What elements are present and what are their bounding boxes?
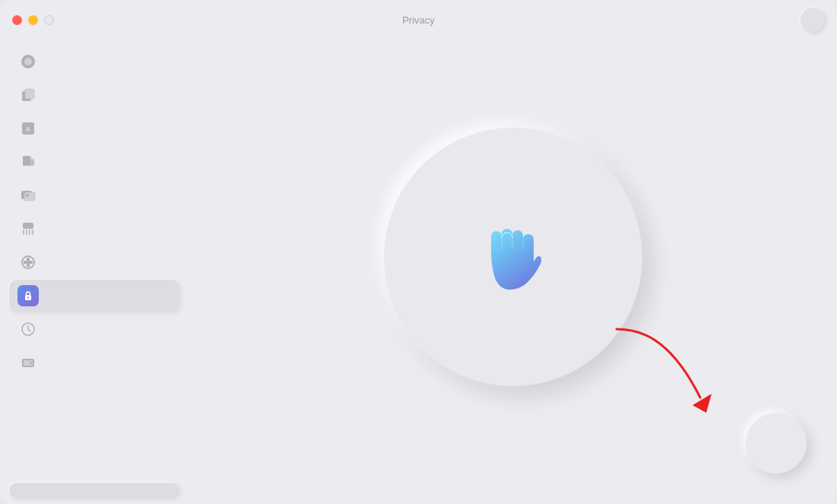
svg-rect-3: [25, 89, 34, 99]
svg-marker-26: [693, 394, 712, 413]
content-area: [189, 40, 837, 504]
sidebar-item-duplicates-finder[interactable]: [9, 79, 179, 111]
hand-icon: [464, 208, 563, 306]
svg-rect-15: [29, 230, 30, 235]
user-section[interactable]: [9, 483, 179, 498]
page-title-header: Privacy: [402, 14, 435, 26]
svg-rect-13: [23, 230, 24, 235]
sidebar-item-extensions[interactable]: [9, 246, 179, 278]
sidebar-item-shredder[interactable]: [9, 213, 179, 245]
svg-rect-12: [23, 223, 33, 229]
svg-rect-14: [26, 230, 27, 235]
title-bar: Privacy: [0, 0, 837, 40]
optimization-icon: [20, 321, 36, 338]
shredder-icon: [20, 220, 36, 237]
sidebar-item-optimization[interactable]: [9, 313, 179, 345]
maximize-button[interactable]: [44, 15, 54, 25]
privacy-icon: [20, 287, 36, 304]
svg-text:A: A: [26, 125, 30, 133]
svg-marker-7: [30, 156, 34, 160]
svg-rect-10: [24, 192, 35, 201]
sidebar-item-privacy[interactable]: [9, 280, 179, 312]
svg-point-11: [26, 194, 29, 197]
minimize-button[interactable]: [28, 15, 38, 25]
image-icon: [20, 187, 36, 204]
help-button[interactable]: [801, 8, 825, 32]
sidebar-item-disk-analysis[interactable]: [9, 347, 179, 379]
duplicates-icon: [20, 87, 36, 103]
main-layout: A: [0, 40, 837, 504]
svg-point-1: [24, 58, 32, 65]
app-window: Privacy: [0, 0, 837, 504]
uninstaller-icon: A: [20, 120, 36, 137]
sidebar-item-similar-image-finder[interactable]: [9, 179, 179, 211]
close-button[interactable]: [12, 15, 22, 25]
sidebar: A: [0, 40, 189, 504]
svg-rect-19: [24, 261, 33, 264]
svg-rect-16: [32, 230, 33, 235]
sidebar-item-app-uninstaller[interactable]: A: [9, 113, 179, 144]
extensions-icon: [20, 254, 36, 271]
sidebar-item-large-old-file[interactable]: [9, 146, 179, 178]
junk-icon: [20, 53, 36, 70]
scan-button[interactable]: [746, 413, 807, 474]
svg-point-21: [27, 297, 29, 299]
sidebar-item-junk-cleaner[interactable]: [9, 46, 179, 78]
svg-rect-8: [30, 160, 34, 166]
svg-point-25: [30, 362, 33, 364]
disk-icon: [20, 354, 36, 371]
main-icon-circle: [384, 128, 642, 386]
large-file-icon: [20, 154, 36, 170]
svg-rect-6: [23, 156, 30, 166]
traffic-lights: [12, 15, 54, 25]
